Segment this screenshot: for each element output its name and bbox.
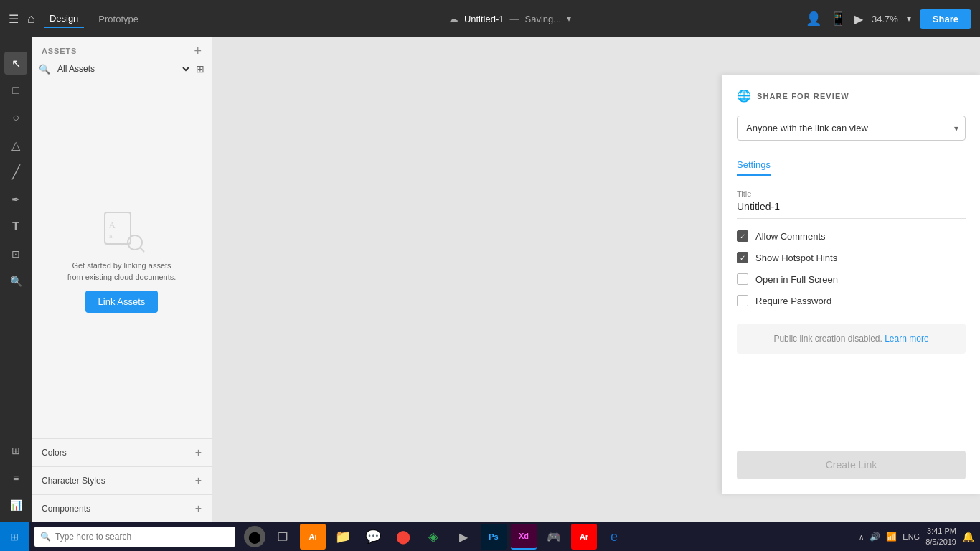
svg-text:A: A	[109, 220, 116, 230]
share-title-label: Title	[737, 189, 966, 198]
tray-volume-icon[interactable]: 🔊	[870, 532, 880, 542]
components-add-icon[interactable]: +	[195, 502, 202, 515]
assets-dropdown[interactable]: All Assets	[55, 63, 192, 75]
learn-more-link[interactable]: Learn more	[885, 334, 928, 344]
search-tool[interactable]: 🔍	[4, 270, 27, 293]
public-link-text: Public link creation disabled.	[773, 334, 882, 344]
components-section[interactable]: Components +	[32, 494, 212, 522]
assets-add-icon[interactable]: +	[194, 44, 202, 57]
component-icon[interactable]: ⊞	[4, 439, 27, 462]
tray-expand-icon[interactable]: ∧	[859, 533, 864, 541]
taskbar-search-icon: 🔍	[40, 532, 51, 542]
open-fullscreen-label: Open in Full Screen	[755, 274, 838, 285]
taskbar-right: ∧ 🔊 📶 ENG 3:41 PM 8/5/2019 🔔	[859, 526, 980, 548]
device-preview-icon[interactable]: 📱	[830, 11, 846, 27]
start-button[interactable]: ⊞	[0, 522, 29, 551]
share-title-section: Title Untitled-1	[737, 189, 966, 219]
svg-text:a: a	[109, 233, 113, 240]
open-fullscreen-checkbox[interactable]	[737, 273, 748, 285]
assets-empty: A a Get started by linking assets from e…	[32, 80, 212, 438]
taskbar-ie[interactable]: e	[601, 524, 627, 550]
doc-dropdown-arrow[interactable]: ▾	[567, 14, 571, 24]
hamburger-icon[interactable]: ☰	[9, 12, 19, 26]
assets-header: ASSETS +	[32, 37, 212, 63]
char-styles-add-icon[interactable]: +	[195, 474, 202, 487]
artboard-tool[interactable]: ⊡	[4, 242, 27, 265]
rectangle-tool[interactable]: □	[4, 79, 27, 102]
doc-separator: —	[510, 14, 519, 24]
tray-network-icon[interactable]: 📶	[886, 532, 897, 542]
colors-section[interactable]: Colors +	[32, 438, 212, 466]
assets-empty-description: Get started by linking assets from exist…	[67, 260, 176, 283]
line-tool[interactable]: ╱	[4, 161, 27, 184]
public-link-disabled-notice: Public link creation disabled. Learn mor…	[737, 324, 966, 354]
show-hotspot-row: Show Hotspot Hints	[737, 252, 966, 263]
share-button[interactable]: Share	[920, 9, 971, 29]
allow-comments-checkbox[interactable]	[737, 230, 748, 242]
avatar-icon[interactable]: 👤	[806, 11, 821, 27]
layers-icon[interactable]: ≡	[4, 466, 27, 489]
taskbar-xd[interactable]: Xd	[511, 524, 537, 550]
ellipse-tool[interactable]: ○	[4, 106, 27, 129]
tab-design[interactable]: Design	[44, 10, 84, 28]
home-icon[interactable]: ⌂	[27, 11, 35, 27]
left-panel: ASSETS + 🔍 All Assets ⊞ A a Get starte	[32, 37, 212, 522]
colors-add-icon[interactable]: +	[195, 446, 202, 459]
create-link-button[interactable]: Create Link	[737, 451, 966, 479]
taskbar: ⊞ 🔍 ⬤ ❐ Ai 📁 💬 ⬤ ◈ ▶ Ps Xd 🎮 Ar e ∧ 🔊 📶 …	[0, 522, 980, 551]
allow-comments-row: Allow Comments	[737, 230, 966, 242]
colors-label: Colors	[42, 448, 67, 458]
doc-title: Untitled-1	[464, 14, 504, 24]
taskbar-tray: ∧ 🔊 📶	[859, 532, 897, 542]
open-fullscreen-row: Open in Full Screen	[737, 273, 966, 285]
taskbar-cortana[interactable]: ⬤	[244, 526, 265, 547]
windows-icon: ⊞	[10, 531, 19, 542]
assets-label: ASSETS	[42, 47, 77, 55]
assets-search-icon: 🔍	[39, 64, 50, 75]
link-assets-button[interactable]: Link Assets	[85, 291, 159, 313]
zoom-arrow[interactable]: ▾	[907, 14, 911, 24]
tab-prototype[interactable]: Prototype	[93, 11, 144, 27]
text-tool[interactable]: T	[4, 215, 27, 238]
taskbar-adobe[interactable]: Ar	[571, 524, 597, 550]
character-styles-section[interactable]: Character Styles +	[32, 466, 212, 494]
taskbar-lang[interactable]: ENG	[903, 532, 920, 541]
taskbar-search-bar[interactable]: 🔍	[34, 527, 235, 547]
taskbar-notification-icon[interactable]: 🔔	[962, 531, 974, 542]
pen-tool[interactable]: ✒	[4, 188, 27, 211]
left-toolbar: ↖ □ ○ △ ╱ ✒ T ⊡ 🔍 ⊞ ≡ 📊	[0, 37, 32, 522]
taskbar-maps[interactable]: ◈	[420, 524, 446, 550]
taskbar-search-input[interactable]	[55, 532, 230, 542]
taskbar-illustrator[interactable]: Ai	[300, 524, 326, 550]
triangle-tool[interactable]: △	[4, 133, 27, 156]
assets-grid-icon[interactable]: ⊞	[196, 63, 204, 75]
taskbar-chrome[interactable]: ⬤	[390, 524, 416, 550]
share-title-value: Untitled-1	[737, 201, 966, 219]
require-password-label: Require Password	[755, 296, 831, 306]
taskbar-app-icons: ⬤ ❐ Ai 📁 💬 ⬤ ◈ ▶ Ps Xd 🎮 Ar e	[241, 524, 630, 550]
assets-search-row: 🔍 All Assets ⊞	[32, 63, 212, 80]
doc-saving: Saving...	[525, 14, 562, 24]
taskbar-pubg[interactable]: 🎮	[541, 524, 567, 550]
share-panel: 🌐 SHARE FOR REVIEW Anyone with the link …	[722, 75, 980, 494]
allow-comments-label: Allow Comments	[755, 231, 826, 242]
select-tool[interactable]: ↖	[4, 52, 27, 75]
char-styles-label: Character Styles	[42, 476, 105, 486]
play-icon[interactable]: ▶	[854, 12, 863, 26]
require-password-row: Require Password	[737, 295, 966, 306]
taskbar-whatsapp[interactable]: 💬	[360, 524, 386, 550]
share-checkboxes: Allow Comments Show Hotspot Hints Open i…	[737, 230, 966, 306]
zoom-level[interactable]: 34.7%	[872, 14, 898, 24]
taskbar-time[interactable]: 3:41 PM 8/5/2019	[925, 526, 956, 548]
show-hotspot-label: Show Hotspot Hints	[755, 253, 837, 263]
share-access-dropdown[interactable]: Anyone with the link can view	[737, 116, 966, 141]
require-password-checkbox[interactable]	[737, 295, 748, 306]
tab-settings[interactable]: Settings	[737, 155, 771, 176]
taskbar-media[interactable]: ▶	[451, 524, 476, 550]
top-bar-center: ☁ Untitled-1 — Saving... ▾	[222, 13, 797, 24]
taskbar-folder[interactable]: 📁	[330, 524, 356, 550]
taskbar-photoshop[interactable]: Ps	[481, 524, 507, 550]
plugins-icon[interactable]: 📊	[4, 494, 27, 517]
taskbar-task-view[interactable]: ❐	[270, 524, 296, 550]
show-hotspot-checkbox[interactable]	[737, 252, 748, 263]
